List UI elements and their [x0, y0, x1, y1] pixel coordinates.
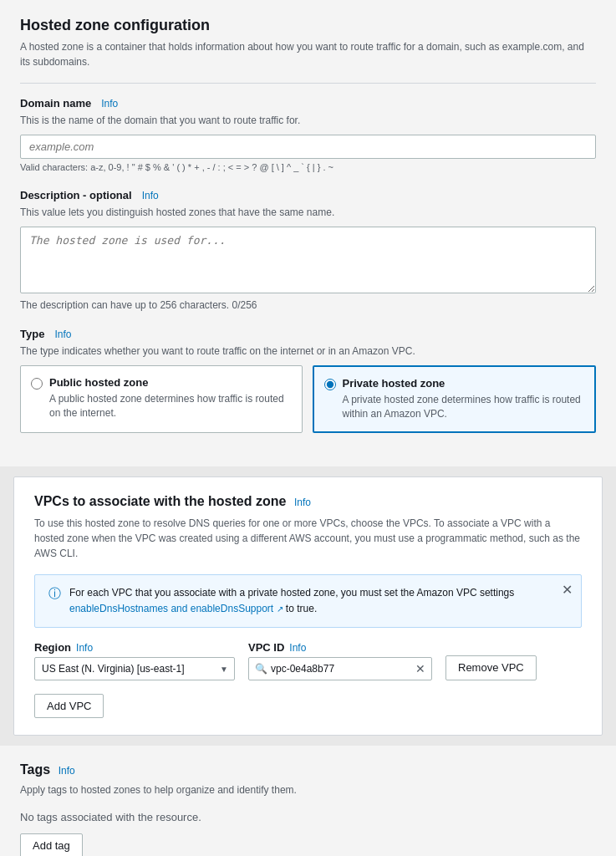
private-zone-radio[interactable]	[324, 379, 336, 390]
add-vpc-button[interactable]: Add VPC	[34, 694, 104, 718]
info-banner-text: For each VPC that you associate with a p…	[69, 587, 514, 599]
char-count-text: The description can have up to 256 chara…	[20, 299, 596, 311]
tags-section: Tags Info Apply tags to hosted zones to …	[0, 746, 616, 856]
page-description: A hosted zone is a container that holds …	[20, 39, 596, 69]
vpc-row: Region Info US East (N. Virginia) [us-ea…	[34, 641, 582, 680]
vpc-id-info-link[interactable]: Info	[289, 642, 306, 654]
description-info-link[interactable]: Info	[142, 190, 159, 201]
tags-info-link[interactable]: Info	[59, 765, 75, 777]
type-label: Type	[20, 328, 44, 340]
vpc-id-label: VPC ID	[248, 641, 284, 654]
region-field: Region Info US East (N. Virginia) [us-ea…	[34, 641, 235, 680]
vpcs-section-title: VPCs to associate with the hosted zone	[34, 494, 286, 508]
page-title: Hosted zone configuration	[20, 17, 596, 34]
vpc-id-search-wrapper: 🔍 ✕	[248, 657, 432, 680]
description-label: Description - optional	[20, 189, 132, 201]
vpc-id-field: VPC ID Info 🔍 ✕	[248, 641, 432, 680]
private-zone-label: Private hosted zone	[343, 377, 585, 390]
info-banner-content: For each VPC that you associate with a p…	[69, 585, 568, 617]
region-info-link[interactable]: Info	[76, 642, 93, 654]
vpcs-info-link[interactable]: Info	[294, 497, 311, 508]
description-field-description: This value lets you distinguish hosted z…	[20, 205, 596, 220]
description-textarea[interactable]	[20, 227, 596, 293]
external-link-icon: ↗	[277, 604, 283, 614]
domain-name-description: This is the name of the domain that you …	[20, 113, 596, 128]
tags-section-title: Tags	[20, 762, 50, 777]
private-zone-card[interactable]: Private hosted zone A private hosted zon…	[313, 365, 597, 433]
search-icon: 🔍	[255, 663, 267, 675]
public-zone-description: A public hosted zone determines how traf…	[49, 392, 292, 420]
domain-name-input[interactable]	[20, 135, 596, 159]
tags-section-description: Apply tags to hosted zones to help organ…	[20, 782, 596, 797]
type-radio-group: Public hosted zone A public hosted zone …	[20, 365, 596, 433]
description-group: Description - optional Info This value l…	[20, 189, 596, 311]
valid-chars-text: Valid characters: a-z, 0-9, ! " # $ % & …	[20, 162, 596, 172]
domain-name-group: Domain name Info This is the name of the…	[20, 97, 596, 172]
vpcs-section: VPCs to associate with the hosted zone I…	[13, 476, 603, 736]
dns-link-text: enableDnsHostnames and enableDnsSupport	[69, 603, 273, 614]
link-suffix-text: to true.	[286, 603, 317, 614]
vpcs-info-banner: ⓘ For each VPC that you associate with a…	[34, 574, 582, 628]
vpc-id-input[interactable]	[248, 657, 432, 680]
domain-name-label: Domain name	[20, 97, 91, 110]
public-zone-card[interactable]: Public hosted zone A public hosted zone …	[20, 365, 303, 433]
domain-name-info-link[interactable]: Info	[101, 98, 118, 110]
region-select-wrapper: US East (N. Virginia) [us-east-1] ▼	[34, 657, 235, 680]
type-description: The type indicates whether you want to r…	[20, 344, 596, 359]
private-zone-description: A private hosted zone determines how tra…	[343, 393, 585, 421]
type-group: Type Info The type indicates whether you…	[20, 328, 596, 433]
remove-vpc-button[interactable]: Remove VPC	[445, 655, 537, 680]
add-tag-button[interactable]: Add tag	[20, 833, 83, 856]
info-circle-icon: ⓘ	[48, 586, 61, 602]
vpcs-section-description: To use this hosted zone to resolve DNS q…	[34, 516, 582, 561]
region-select[interactable]: US East (N. Virginia) [us-east-1]	[34, 657, 235, 680]
dns-settings-link[interactable]: enableDnsHostnames and enableDnsSupport …	[69, 603, 286, 614]
public-zone-label: Public hosted zone	[49, 376, 292, 389]
banner-close-button[interactable]: ✕	[562, 583, 573, 597]
vpc-id-clear-button[interactable]: ✕	[415, 663, 425, 675]
public-zone-radio[interactable]	[31, 378, 43, 390]
type-info-link[interactable]: Info	[54, 329, 71, 340]
tags-empty-text: No tags associated with the resource.	[20, 811, 596, 823]
region-label: Region	[34, 641, 71, 654]
